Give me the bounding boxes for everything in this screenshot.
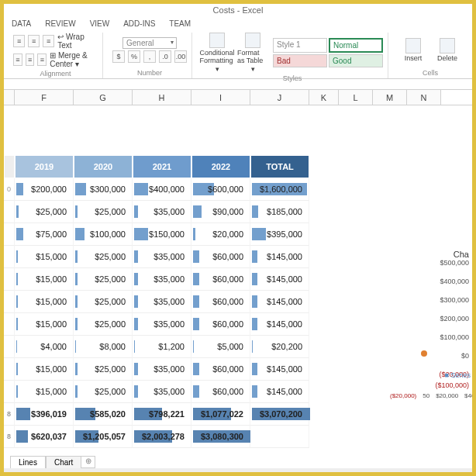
cell[interactable]: $5,000 — [191, 336, 250, 358]
cell[interactable]: $25,000 — [74, 358, 133, 381]
cell[interactable]: $100,000 — [74, 223, 133, 246]
cell[interactable]: $4,000 — [15, 336, 74, 358]
col-header[interactable]: G — [74, 90, 133, 105]
total-cell[interactable]: $3,080,300 — [191, 426, 250, 448]
formula-bar[interactable] — [4, 79, 472, 90]
cell[interactable]: $25,000 — [15, 201, 74, 223]
cell[interactable]: $185,000 — [250, 201, 309, 223]
cell[interactable]: $15,000 — [15, 268, 74, 291]
cell[interactable]: $35,000 — [133, 381, 191, 403]
cell[interactable]: $150,000 — [133, 223, 191, 246]
align-mid-icon[interactable]: ≡ — [28, 35, 40, 47]
cell[interactable]: $400,000 — [133, 178, 191, 201]
comma-icon[interactable]: , — [143, 50, 156, 63]
cell[interactable]: $15,000 — [15, 291, 74, 313]
col-header[interactable]: L — [339, 90, 373, 105]
tab-data[interactable]: DATA — [12, 19, 31, 28]
total-cell[interactable]: $396,019 — [15, 403, 74, 426]
cell[interactable]: $35,000 — [133, 268, 191, 291]
cell[interactable]: $8,000 — [74, 336, 133, 358]
cell[interactable]: $145,000 — [250, 246, 309, 268]
col-header[interactable]: M — [373, 90, 407, 105]
style-bad[interactable]: Bad — [273, 54, 327, 67]
align-left-icon[interactable]: ≡ — [13, 53, 22, 66]
cell[interactable]: $15,000 — [15, 358, 74, 381]
cell[interactable]: $15,000 — [15, 381, 74, 403]
tab-team[interactable]: TEAM — [169, 19, 191, 28]
align-right-icon[interactable]: ≡ — [37, 53, 47, 66]
cell[interactable]: $1,200 — [133, 336, 191, 358]
cell[interactable]: $145,000 — [250, 313, 309, 336]
cell[interactable]: $75,000 — [15, 223, 74, 246]
tab-view[interactable]: VIEW — [90, 19, 110, 28]
cell[interactable]: $300,000 — [74, 178, 133, 201]
cell[interactable]: $60,000 — [191, 246, 250, 268]
cell[interactable]: $145,000 — [250, 268, 309, 291]
conditional-formatting-button[interactable]: Conditional Formatting ▾ — [202, 33, 233, 73]
cell[interactable]: $90,000 — [191, 201, 250, 223]
col-header[interactable]: J — [250, 90, 309, 105]
cell[interactable]: $35,000 — [133, 246, 191, 268]
merge-center-button[interactable]: ⊞ Merge & Center ▾ — [50, 51, 98, 68]
col-header[interactable]: K — [309, 90, 339, 105]
tab-addins[interactable]: ADD-INS — [123, 19, 155, 28]
col-header[interactable]: H — [133, 90, 191, 105]
cell[interactable]: $35,000 — [133, 313, 191, 336]
embedded-chart[interactable]: Cha $500,000$400,000$300,000$200,000$100… — [387, 250, 472, 399]
cell[interactable]: $60,000 — [191, 291, 250, 313]
col-header[interactable]: F — [15, 90, 74, 105]
inc-decimal-icon[interactable]: .0 — [159, 50, 171, 63]
col-header[interactable]: I — [191, 90, 250, 105]
wrap-text-button[interactable]: ↩ Wrap Text — [57, 33, 98, 50]
cell[interactable]: $145,000 — [250, 358, 309, 381]
percent-icon[interactable]: % — [128, 50, 140, 63]
cell[interactable]: $25,000 — [74, 381, 133, 403]
cell[interactable]: $35,000 — [133, 291, 191, 313]
delete-button[interactable]: Delete — [432, 38, 463, 62]
total-cell[interactable]: $798,221 — [133, 403, 191, 426]
cell[interactable]: $20,000 — [191, 223, 250, 246]
style-style1[interactable]: Style 1 — [273, 38, 327, 53]
cell[interactable]: $15,000 — [15, 246, 74, 268]
cell[interactable]: $600,000 — [191, 178, 250, 201]
sheet-tab-lines[interactable]: Lines — [10, 456, 46, 468]
currency-icon[interactable]: $ — [112, 50, 125, 63]
cell[interactable]: $25,000 — [74, 268, 133, 291]
cell[interactable]: $60,000 — [191, 381, 250, 403]
format-as-table-button[interactable]: Format as Table ▾ — [237, 33, 268, 73]
total-cell[interactable]: $585,020 — [74, 403, 133, 426]
col-header[interactable]: N — [407, 90, 441, 105]
cell[interactable]: $25,000 — [74, 313, 133, 336]
cell[interactable]: $395,000 — [250, 223, 309, 246]
total-cell[interactable] — [250, 426, 309, 448]
cell[interactable]: $20,200 — [250, 336, 309, 358]
total-cell[interactable]: $1,205,057 — [74, 426, 133, 448]
cell[interactable]: $35,000 — [133, 201, 191, 223]
align-center-icon[interactable]: ≡ — [26, 53, 35, 66]
insert-button[interactable]: Insert — [398, 38, 429, 62]
cell[interactable]: $60,000 — [191, 358, 250, 381]
tab-review[interactable]: REVIEW — [45, 19, 75, 28]
total-cell[interactable]: $3,070,200 — [250, 403, 309, 426]
cell[interactable]: $145,000 — [250, 291, 309, 313]
number-format-select[interactable]: General — [122, 37, 177, 49]
cell[interactable]: $25,000 — [74, 246, 133, 268]
total-cell[interactable]: $2,003,278 — [133, 426, 191, 448]
cell[interactable]: $25,000 — [74, 201, 133, 223]
cell[interactable]: $60,000 — [191, 313, 250, 336]
cell[interactable]: $1,600,000 — [250, 178, 309, 201]
total-cell[interactable]: $620,037 — [15, 426, 74, 448]
dec-decimal-icon[interactable]: .00 — [174, 50, 187, 63]
sheet-tab-chart[interactable]: Chart — [46, 456, 81, 468]
style-good[interactable]: Good — [329, 54, 383, 67]
add-sheet-button[interactable]: ⊕ — [81, 456, 95, 468]
cell[interactable]: $145,000 — [250, 381, 309, 403]
style-normal[interactable]: Normal — [329, 38, 383, 53]
cell[interactable]: $35,000 — [133, 358, 191, 381]
align-bot-icon[interactable]: ≡ — [43, 35, 54, 47]
h-scrollbar[interactable] — [4, 468, 472, 472]
total-cell[interactable]: $1,077,022 — [191, 403, 250, 426]
cell[interactable]: $15,000 — [15, 313, 74, 336]
cell[interactable]: $60,000 — [191, 268, 250, 291]
align-top-icon[interactable]: ≡ — [13, 35, 25, 47]
